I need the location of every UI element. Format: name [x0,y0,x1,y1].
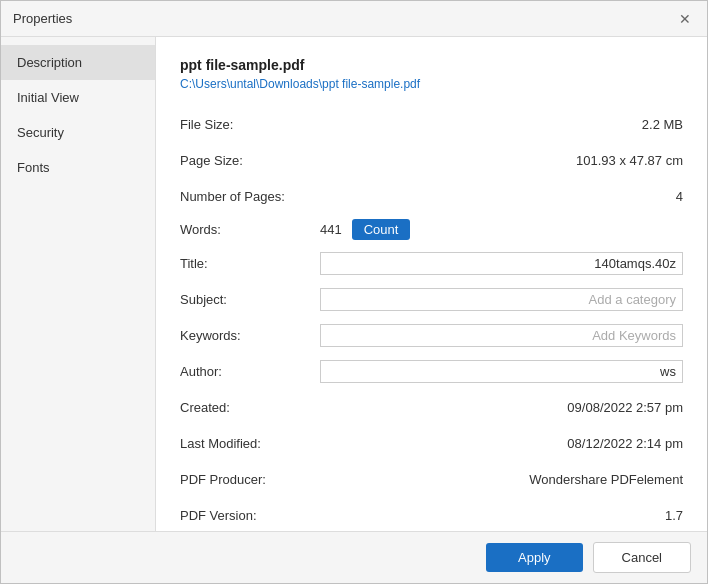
cancel-button[interactable]: Cancel [593,542,691,573]
created-row: Created: 09/08/2022 2:57 pm [180,394,683,420]
file-size-value: 2.2 MB [320,117,683,132]
words-row: Words: 441 Count [180,219,683,240]
author-label: Author: [180,364,320,379]
page-size-label: Page Size: [180,153,320,168]
subject-row: Subject: [180,286,683,312]
pdf-version-label: PDF Version: [180,508,320,523]
subject-input[interactable] [320,288,683,311]
pdf-version-row: PDF Version: 1.7 [180,502,683,528]
main-content: Description Initial View Security Fonts … [1,37,707,531]
sidebar-item-initial-view[interactable]: Initial View [1,80,155,115]
subject-label: Subject: [180,292,320,307]
keywords-label: Keywords: [180,328,320,343]
page-size-row: Page Size: 101.93 x 47.87 cm [180,147,683,173]
count-button[interactable]: Count [352,219,411,240]
footer: Apply Cancel [1,531,707,583]
apply-button[interactable]: Apply [486,543,583,572]
pdf-producer-label: PDF Producer: [180,472,320,487]
title-label: Title: [180,256,320,271]
properties-dialog: Properties ✕ Description Initial View Se… [0,0,708,584]
close-button[interactable]: ✕ [675,9,695,29]
file-size-row: File Size: 2.2 MB [180,111,683,137]
titlebar: Properties ✕ [1,1,707,37]
num-pages-value: 4 [320,189,683,204]
sidebar-item-description[interactable]: Description [1,45,155,80]
created-value: 09/08/2022 2:57 pm [320,400,683,415]
author-input[interactable] [320,360,683,383]
keywords-input[interactable] [320,324,683,347]
sidebar-item-fonts[interactable]: Fonts [1,150,155,185]
words-label: Words: [180,222,320,237]
sidebar-item-security[interactable]: Security [1,115,155,150]
title-row: Title: [180,250,683,276]
author-row: Author: [180,358,683,384]
pdf-version-value: 1.7 [320,508,683,523]
pdf-producer-row: PDF Producer: Wondershare PDFelement [180,466,683,492]
num-pages-label: Number of Pages: [180,189,320,204]
created-label: Created: [180,400,320,415]
file-name: ppt file-sample.pdf [180,57,683,73]
file-path[interactable]: C:\Users\untal\Downloads\ppt file-sample… [180,77,683,91]
sidebar: Description Initial View Security Fonts [1,37,156,531]
last-modified-value: 08/12/2022 2:14 pm [320,436,683,451]
words-value: 441 [320,222,342,237]
content-area: ppt file-sample.pdf C:\Users\untal\Downl… [156,37,707,531]
file-size-label: File Size: [180,117,320,132]
last-modified-label: Last Modified: [180,436,320,451]
last-modified-row: Last Modified: 08/12/2022 2:14 pm [180,430,683,456]
num-pages-row: Number of Pages: 4 [180,183,683,209]
title-input[interactable] [320,252,683,275]
keywords-row: Keywords: [180,322,683,348]
pdf-producer-value: Wondershare PDFelement [320,472,683,487]
dialog-title: Properties [13,11,72,26]
page-size-value: 101.93 x 47.87 cm [320,153,683,168]
